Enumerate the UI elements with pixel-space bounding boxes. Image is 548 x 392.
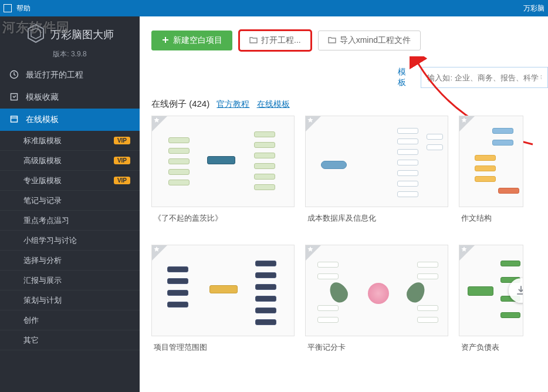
sidebar-sub-planning[interactable]: 策划与计划	[0, 290, 140, 310]
vip-badge: VIP	[114, 157, 130, 164]
sub-label: 其它	[23, 335, 39, 346]
sidebar-sub-notes[interactable]: 笔记与记录	[0, 191, 140, 211]
search-label: 模板	[398, 67, 412, 88]
app-version: 版本: 3.9.8	[6, 49, 134, 59]
template-card[interactable]: 项目管理范围图	[151, 245, 295, 363]
toolbar: 新建空白项目 打开工程... 导入xmind工程文件	[140, 16, 548, 58]
sidebar-sub-review[interactable]: 重点考点温习	[0, 211, 140, 231]
template-card[interactable]: 作文结构	[459, 116, 523, 234]
open-project-button[interactable]: 打开工程...	[239, 31, 311, 50]
card-title: 平衡记分卡	[305, 336, 448, 363]
vip-badge: VIP	[114, 177, 130, 184]
search-area: 模板	[398, 67, 548, 88]
search-input[interactable]	[421, 67, 548, 88]
plus-icon	[161, 36, 170, 46]
template-grid: 《了不起的盖茨比》	[140, 116, 548, 363]
svg-marker-0	[28, 25, 43, 42]
sidebar-sub-create[interactable]: 创作	[0, 310, 140, 330]
titlebar: 帮助 万彩脑	[0, 0, 548, 16]
sub-label: 创作	[23, 315, 39, 326]
new-blank-button[interactable]: 新建空白项目	[151, 31, 232, 50]
card-title: 资产负债表	[459, 336, 523, 363]
help-menu[interactable]: 帮助	[16, 4, 31, 13]
sidebar-sub-professional[interactable]: 专业版模板 VIP	[0, 171, 140, 191]
brand-text: 万彩脑	[523, 4, 544, 13]
folder-open-icon	[249, 36, 258, 46]
sidebar-item-label: 在线模板	[26, 114, 59, 125]
examples-heading: 在线例子 (424) 官方教程 在线模板	[140, 95, 548, 116]
sidebar-item-online-templates[interactable]: 在线模板	[0, 109, 140, 131]
template-icon	[9, 114, 19, 126]
sidebar-sub-group-study[interactable]: 小组学习与讨论	[0, 231, 140, 251]
sidebar-sub-report[interactable]: 汇报与展示	[0, 271, 140, 290]
sidebar-item-label: 模板收藏	[26, 92, 59, 103]
tutorial-link[interactable]: 官方教程	[217, 99, 249, 109]
template-card[interactable]: 资产负债表	[459, 245, 523, 363]
sub-label: 高级版模板	[23, 156, 62, 166]
svg-rect-3	[11, 93, 18, 100]
sidebar-item-recent[interactable]: 最近打开的工程	[0, 64, 140, 86]
sub-label: 专业版模板	[23, 175, 62, 186]
app-logo-icon	[26, 23, 46, 46]
import-xmind-button[interactable]: 导入xmind工程文件	[318, 31, 421, 50]
app-name: 万彩脑图大师	[50, 28, 114, 42]
template-card[interactable]: 《了不起的盖茨比》	[151, 116, 295, 234]
card-title: 项目管理范围图	[151, 336, 295, 363]
sidebar-sub-standard[interactable]: 标准版模板 VIP	[0, 131, 140, 151]
vip-badge: VIP	[114, 137, 130, 144]
svg-rect-4	[11, 116, 18, 122]
sidebar-item-favorites[interactable]: 模板收藏	[0, 86, 140, 109]
sidebar: 河东软件园 万彩脑图大师 版本: 3.9.8 最近打开的工程 模板收藏	[0, 16, 140, 392]
download-icon	[515, 285, 523, 296]
online-templates-link[interactable]: 在线模板	[257, 99, 290, 109]
window-icon	[4, 4, 12, 12]
sub-label: 标准版模板	[23, 136, 62, 146]
template-card[interactable]: 成本数据库及信息化	[305, 116, 448, 234]
bookmark-icon	[9, 92, 19, 103]
folder-import-icon	[328, 36, 336, 46]
svg-marker-1	[31, 28, 40, 39]
card-title: 成本数据库及信息化	[305, 207, 448, 234]
logo-area: 河东软件园 万彩脑图大师 版本: 3.9.8	[0, 16, 140, 64]
sidebar-sub-analysis[interactable]: 选择与分析	[0, 251, 140, 271]
sub-label: 策划与计划	[23, 295, 62, 306]
sub-label: 笔记与记录	[23, 195, 62, 206]
sub-label: 小组学习与讨论	[23, 235, 77, 246]
content-area: 新建空白项目 打开工程... 导入xmind工程文件	[140, 16, 548, 392]
card-title: 作文结构	[459, 207, 523, 234]
sub-label: 汇报与展示	[23, 275, 62, 286]
sidebar-item-label: 最近打开的工程	[26, 70, 83, 80]
card-title: 《了不起的盖茨比》	[151, 207, 295, 234]
template-card[interactable]: 平衡记分卡	[305, 245, 448, 363]
sidebar-sub-other[interactable]: 其它	[0, 330, 140, 350]
sub-label: 选择与分析	[23, 255, 62, 266]
sidebar-sub-advanced[interactable]: 高级版模板 VIP	[0, 151, 140, 171]
clock-icon	[9, 70, 19, 81]
sub-label: 重点考点温习	[23, 215, 69, 226]
